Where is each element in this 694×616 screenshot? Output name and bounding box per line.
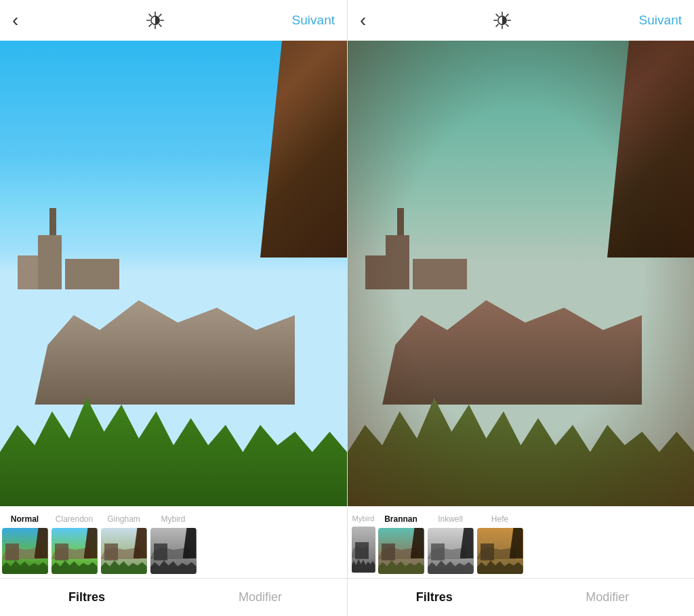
- filter-mybird-right-thumb: [352, 527, 375, 573]
- filter-mybird-label: Mybird: [161, 514, 185, 524]
- right-castle: [365, 181, 573, 289]
- left-bottom: Normal Clarendon G: [0, 506, 347, 616]
- filter-hefe[interactable]: Hefe: [475, 514, 525, 574]
- svg-line-7: [159, 14, 161, 16]
- right-photo: [348, 41, 694, 506]
- svg-line-5: [149, 14, 151, 16]
- filter-gingham-thumb: [101, 528, 147, 574]
- svg-line-8: [149, 24, 151, 26]
- svg-line-16: [506, 14, 508, 16]
- right-nav-modifier[interactable]: Modifier: [521, 590, 695, 604]
- filter-clarendon[interactable]: Clarendon: [49, 514, 99, 574]
- filter-gingham-label: Gingham: [107, 514, 140, 524]
- svg-line-17: [497, 24, 499, 26]
- filter-mybird-thumb: [150, 528, 197, 574]
- filter-inkwell[interactable]: Inkwell: [426, 514, 475, 574]
- filter-brannan-thumb: [378, 528, 424, 574]
- filter-mybird-right[interactable]: Mybird: [350, 514, 376, 574]
- left-brightness-button[interactable]: [144, 9, 166, 31]
- filter-mybird-right-label: Mybird: [352, 514, 374, 522]
- left-nav-filtres-label: Filtres: [68, 590, 105, 604]
- filter-clarendon-label: Clarendon: [56, 514, 93, 524]
- left-scene: [0, 41, 347, 506]
- left-nav-modifier[interactable]: Modifier: [174, 590, 347, 604]
- right-next-button[interactable]: Suivant: [639, 13, 682, 28]
- right-nav: Filtres Modifier: [348, 578, 694, 616]
- right-panel: ‹ Suivant: [347, 0, 694, 616]
- right-scene: [348, 41, 694, 506]
- svg-line-6: [159, 24, 161, 26]
- right-nav-filtres[interactable]: Filtres: [348, 590, 521, 604]
- filter-hefe-label: Hefe: [491, 514, 508, 524]
- filter-inkwell-thumb: [428, 528, 474, 574]
- left-castle-right: [65, 259, 119, 289]
- filter-normal-thumb: [2, 528, 48, 574]
- right-castle-right: [413, 259, 467, 289]
- filter-gingham[interactable]: Gingham: [99, 514, 148, 574]
- filter-inkwell-label: Inkwell: [438, 514, 463, 524]
- left-castle-main: [38, 235, 62, 289]
- right-nav-modifier-label: Modifier: [586, 590, 629, 604]
- left-filter-strip: Normal Clarendon G: [0, 506, 347, 578]
- filter-mybird[interactable]: Mybird: [148, 514, 198, 574]
- right-roof-beam: [586, 41, 694, 258]
- svg-line-14: [497, 14, 499, 16]
- left-header: ‹ Suivant: [0, 0, 347, 41]
- right-filter-strip: Mybird Brannan Inkwell: [348, 506, 694, 578]
- left-nav: Filtres Modifier: [0, 578, 347, 616]
- left-photo: [0, 41, 347, 506]
- right-header: ‹ Suivant: [348, 0, 694, 41]
- left-panel: ‹ Suivant: [0, 0, 347, 616]
- left-next-button[interactable]: Suivant: [292, 13, 335, 28]
- filter-clarendon-thumb: [52, 528, 98, 574]
- filter-normal-label: Normal: [11, 514, 39, 524]
- left-back-button[interactable]: ‹: [12, 11, 18, 30]
- filter-brannan-label: Brannan: [384, 514, 417, 524]
- right-brightness-button[interactable]: [491, 9, 513, 31]
- left-nav-modifier-label: Modifier: [239, 590, 282, 604]
- filter-hefe-thumb: [477, 528, 523, 574]
- right-castle-main: [386, 235, 409, 289]
- right-bottom: Mybird Brannan Inkwell: [348, 506, 694, 616]
- right-castle-steeple: [397, 208, 404, 235]
- left-castle-steeple: [49, 208, 56, 235]
- left-nav-filtres[interactable]: Filtres: [0, 590, 174, 604]
- right-back-button[interactable]: ‹: [360, 11, 366, 30]
- left-roof-beam: [239, 41, 347, 258]
- svg-line-15: [506, 24, 508, 26]
- filter-brannan[interactable]: Brannan: [376, 514, 426, 574]
- left-castle: [18, 181, 226, 289]
- right-nav-filtres-label: Filtres: [416, 590, 453, 604]
- filter-normal[interactable]: Normal: [0, 514, 49, 574]
